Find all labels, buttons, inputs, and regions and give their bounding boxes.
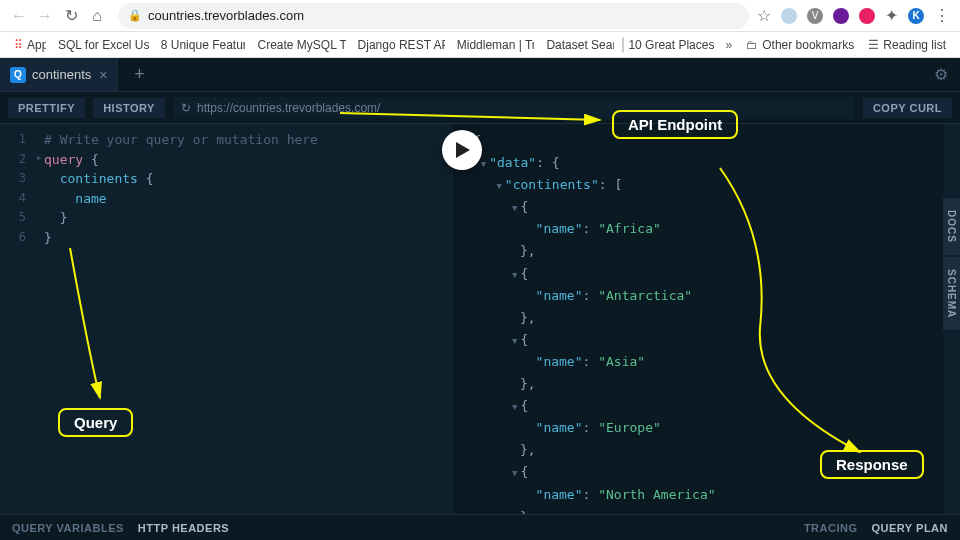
other-bookmarks[interactable]: 🗀Other bookmarks [740,36,860,54]
extension-icon[interactable]: V [807,8,823,24]
bookmark-item[interactable]: Middleman | Trello [447,35,535,55]
http-headers-tab[interactable]: HTTP HEADERS [138,522,229,534]
star-icon[interactable]: ☆ [757,6,771,25]
prettify-button[interactable]: PRETTIFY [8,98,85,118]
profile-icon[interactable]: K [908,8,924,24]
extension-icon[interactable] [781,8,797,24]
editor-split: 1 # Write your query or mutation here 2▸… [0,124,944,514]
query-variables-tab[interactable]: QUERY VARIABLES [12,522,124,534]
kebab-menu-icon[interactable]: ⋮ [934,6,950,25]
extension-icon[interactable] [859,8,875,24]
close-icon[interactable]: × [99,67,107,83]
bookmark-item[interactable]: 8 Unique Features... [151,35,246,55]
back-button[interactable]: ← [6,3,32,29]
bookmarks-bar: ⠿Apps SQL for Excel Users... 8 Unique Fe… [0,32,960,58]
bookmarks-overflow-icon[interactable]: » [720,38,739,52]
docs-tab[interactable]: DOCS [943,198,960,255]
schema-tab[interactable]: SCHEMA [943,257,960,330]
tab-row: Q continents × + ⚙ [0,58,960,92]
bookmark-item[interactable]: SQL for Excel Users... [48,35,149,55]
browser-extensions: ☆ V ✦ K ⋮ [757,6,954,25]
browser-nav-bar: ← → ↻ ⌂ 🔒 countries.trevorblades.com ☆ V… [0,0,960,32]
forward-button[interactable]: → [32,3,58,29]
tab-active[interactable]: Q continents × [0,58,118,91]
toolbar: PRETTIFY HISTORY ↻ https://countries.tre… [0,92,960,124]
lock-icon: 🔒 [128,9,142,22]
reload-icon: ↻ [181,101,191,115]
extensions-menu-icon[interactable]: ✦ [885,6,898,25]
bookmark-item[interactable]: Django REST API -... [348,35,445,55]
bookmark-item[interactable]: 10 Great Places to F... [616,35,717,55]
query-editor[interactable]: 1 # Write your query or mutation here 2▸… [0,124,453,514]
bookmark-item[interactable]: Create MySQL Tabl... [247,35,345,55]
endpoint-url: https://countries.trevorblades.com/ [197,101,380,115]
query-plan-tab[interactable]: QUERY PLAN [871,522,948,534]
home-button[interactable]: ⌂ [84,3,110,29]
extension-icon[interactable] [833,8,849,24]
bookmark-apps[interactable]: ⠿Apps [8,36,46,54]
reading-list[interactable]: ☰Reading list [862,36,952,54]
tracing-tab[interactable]: TRACING [804,522,858,534]
tab-badge-icon: Q [10,67,26,83]
run-query-button[interactable] [442,130,482,170]
response-viewer[interactable]: ▼{ ▼"data": { ▼"continents": [ ▼{ "name"… [453,124,944,514]
graphql-playground: Q continents × + ⚙ PRETTIFY HISTORY ↻ ht… [0,58,960,540]
side-tabs: DOCS SCHEMA [943,198,960,330]
url-text: countries.trevorblades.com [148,8,304,23]
reload-button[interactable]: ↻ [58,3,84,29]
history-button[interactable]: HISTORY [93,98,165,118]
url-bar[interactable]: 🔒 countries.trevorblades.com [118,3,749,29]
endpoint-input[interactable]: ↻ https://countries.trevorblades.com/ [173,97,855,119]
gear-icon[interactable]: ⚙ [934,65,948,84]
add-tab-button[interactable]: + [124,60,154,90]
copy-curl-button[interactable]: COPY CURL [863,98,952,118]
bookmark-item[interactable]: Dataset Search [536,35,614,55]
tab-title: continents [32,67,91,82]
bottom-bar: QUERY VARIABLES HTTP HEADERS TRACING QUE… [0,514,960,540]
